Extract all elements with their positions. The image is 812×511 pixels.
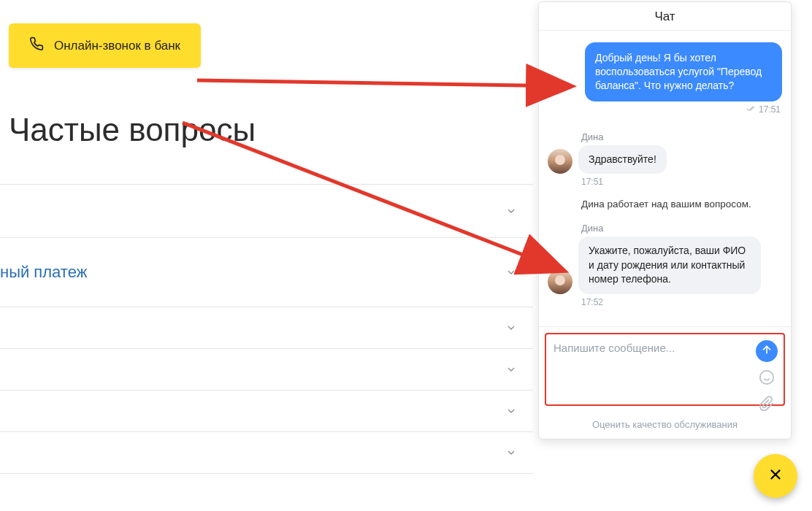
close-icon bbox=[767, 466, 784, 485]
page-title: Частые вопросы bbox=[9, 112, 533, 148]
outgoing-message-meta: 17:51 bbox=[548, 104, 782, 115]
online-call-label: Онлайн-звонок в банк bbox=[54, 39, 180, 53]
online-call-button[interactable]: Онлайн-звонок в банк bbox=[9, 23, 201, 68]
outgoing-time: 17:51 bbox=[759, 104, 781, 115]
page-main: Онлайн-звонок в банк Частые вопросы ный … bbox=[0, 0, 533, 511]
chevron-down-icon bbox=[505, 266, 517, 278]
arrow-up-icon bbox=[761, 344, 773, 358]
phone-icon bbox=[29, 36, 44, 55]
avatar bbox=[548, 149, 572, 174]
chevron-down-icon bbox=[505, 322, 517, 334]
incoming-message-row: Укажите, пожалуйста, ваши ФИО и дату рож… bbox=[548, 237, 782, 294]
read-check-icon bbox=[744, 104, 756, 115]
chat-title: Чат bbox=[539, 2, 791, 31]
send-button[interactable] bbox=[756, 340, 778, 362]
incoming-time: 17:52 bbox=[581, 297, 782, 307]
input-placeholder: Напишите сообщение... bbox=[554, 342, 675, 354]
accordion-item[interactable] bbox=[0, 348, 533, 391]
outgoing-message: Добрый день! Я бы хотел воспользоваться … bbox=[585, 42, 782, 101]
accordion-item[interactable] bbox=[0, 307, 533, 349]
chat-panel: Чат Добрый день! Я бы хотел воспользоват… bbox=[538, 1, 792, 439]
incoming-message: Здравствуйте! bbox=[578, 145, 667, 174]
system-note: Дина работает над вашим вопросом. bbox=[581, 199, 782, 210]
chat-input-area: Напишите сообщение... bbox=[539, 326, 791, 412]
chevron-down-icon bbox=[505, 405, 517, 417]
rate-service-link[interactable]: Оценить качество обслуживания bbox=[539, 412, 791, 439]
agent-name: Дина bbox=[581, 131, 782, 142]
chevron-down-icon bbox=[505, 205, 517, 217]
accordion-item[interactable] bbox=[0, 390, 533, 432]
avatar bbox=[548, 269, 572, 294]
svg-point-1 bbox=[760, 371, 773, 384]
outgoing-message-row: Добрый день! Я бы хотел воспользоваться … bbox=[548, 42, 782, 101]
attachment-icon[interactable] bbox=[759, 396, 775, 415]
accordion-item-label: ный платеж bbox=[0, 263, 87, 282]
accordion-item[interactable] bbox=[0, 431, 533, 474]
message-input[interactable]: Напишите сообщение... bbox=[545, 333, 785, 406]
incoming-message-row: Здравствуйте! bbox=[548, 145, 782, 174]
faq-accordion: ный платеж bbox=[0, 184, 533, 474]
chat-messages: Добрый день! Я бы хотел воспользоваться … bbox=[539, 31, 791, 326]
incoming-time: 17:51 bbox=[581, 177, 782, 187]
agent-name: Дина bbox=[581, 223, 782, 234]
chevron-down-icon bbox=[505, 364, 517, 375]
accordion-item[interactable] bbox=[0, 184, 533, 238]
incoming-message: Укажите, пожалуйста, ваши ФИО и дату рож… bbox=[578, 237, 761, 294]
close-chat-button[interactable] bbox=[754, 454, 797, 498]
chevron-down-icon bbox=[505, 447, 517, 458]
accordion-item-payment[interactable]: ный платеж bbox=[0, 237, 533, 307]
emoji-icon[interactable] bbox=[759, 369, 775, 388]
